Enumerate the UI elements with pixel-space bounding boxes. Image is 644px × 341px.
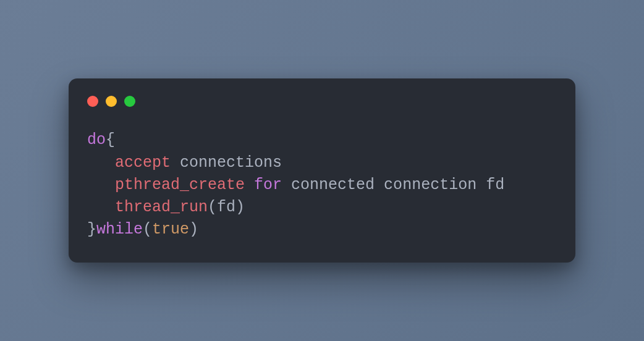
close-icon[interactable] — [87, 96, 98, 107]
brace-close: } — [87, 221, 96, 238]
maximize-icon[interactable] — [124, 96, 135, 107]
keyword-while: while — [96, 221, 143, 238]
window-controls — [87, 96, 557, 107]
token-pthread-create: pthread_create — [115, 176, 245, 194]
text-connected-connection-fd: connected connection fd — [282, 176, 504, 194]
minimize-icon[interactable] — [106, 96, 117, 107]
token-accept: accept — [115, 154, 171, 172]
space — [245, 176, 254, 194]
paren-close: ) — [189, 221, 198, 238]
arg-fd: fd — [217, 198, 235, 216]
paren-open: ( — [208, 198, 217, 216]
paren-open: ( — [143, 221, 152, 238]
indent — [87, 198, 115, 216]
text-connections: connections — [171, 154, 282, 172]
paren-close: ) — [235, 198, 245, 216]
indent — [87, 154, 115, 172]
code-window: do{ accept connections pthread_create fo… — [69, 78, 575, 262]
token-thread-run: thread_run — [115, 198, 208, 216]
literal-true: true — [152, 221, 189, 238]
code-block: do{ accept connections pthread_create fo… — [87, 129, 557, 241]
indent — [87, 176, 115, 194]
keyword-for: for — [254, 176, 282, 194]
brace-open: { — [106, 131, 115, 149]
keyword-do: do — [87, 131, 106, 149]
